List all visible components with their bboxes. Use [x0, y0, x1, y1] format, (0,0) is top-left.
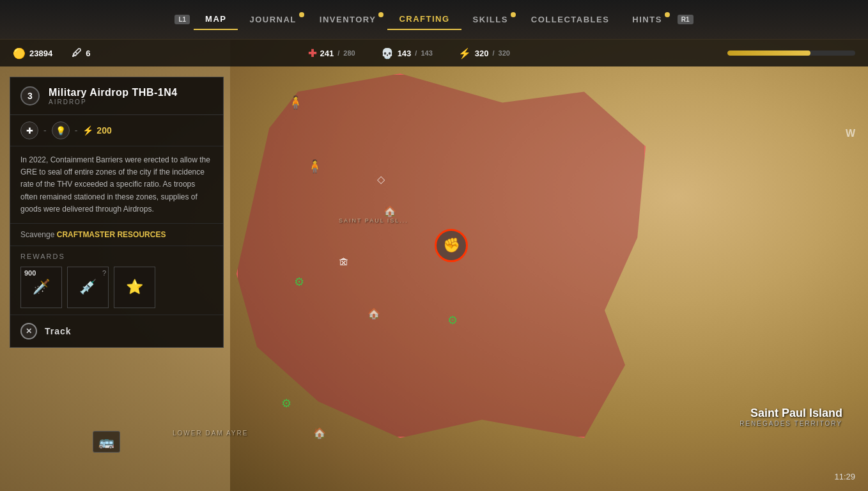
building-icon3: 🏠: [368, 308, 380, 319]
location-label: Saint Paul Island RENEGADES TERRITORY: [740, 407, 842, 427]
map-icon-windmill3: ⚙: [281, 396, 291, 410]
map-icon-windmill1: ⚙: [294, 275, 304, 289]
nav-tabs: L1 MAP JOURNAL INVENTORY CRAFTING SKILLS…: [171, 9, 697, 30]
health-icon-btn[interactable]: ✚: [20, 121, 38, 139]
l1-button[interactable]: L1: [174, 15, 190, 24]
journal-badge: [299, 12, 304, 17]
skull-max: /: [415, 49, 417, 57]
info-panel: 3 Military Airdrop THB-1N4 AIRDROP ✚ - 💡…: [10, 77, 224, 348]
lower-dam-label: LOWER DAM AYRE: [173, 430, 248, 437]
map-icon-diamond: ◇: [377, 173, 385, 186]
map-icon-person2: 🧍: [307, 159, 323, 174]
health-icon: ✚: [308, 47, 316, 59]
coins-stat: 🟡 23894: [13, 47, 52, 59]
arrows-stat: 🖊 6: [72, 47, 90, 59]
dash2: -: [75, 125, 78, 136]
person-icon1: 🧍: [288, 95, 304, 109]
bolt-cost-icon: ⚡: [82, 125, 93, 136]
transit-icon: 🚌: [93, 431, 120, 453]
rewards-items: 900 🗡️ 💉 ? ⭐: [20, 267, 213, 308]
map-icon-windmill2: ⚙: [447, 313, 458, 327]
reward-item-3: ⭐: [114, 267, 155, 308]
tab-inventory[interactable]: INVENTORY: [308, 10, 388, 29]
panel-cost: ⚡ 200: [82, 125, 111, 136]
home-icon: 🏠: [313, 428, 326, 439]
person-icon2: 🧍: [307, 159, 323, 173]
tab-journal[interactable]: JOURNAL: [238, 10, 307, 29]
building-icon2: 🏚: [339, 257, 349, 268]
windmill-icon3: ⚙: [281, 397, 291, 410]
bolt-stat: ⚡ 320 / 320: [458, 47, 510, 59]
panel-icons-row: ✚ - 💡 - ⚡ 200: [10, 115, 223, 146]
scavenge-label: Scavenge: [20, 230, 57, 239]
saint-paul-label: SAINT PAUL ISL...: [339, 217, 408, 224]
diamond-icon: ◇: [377, 174, 385, 185]
x-button: ✕: [20, 323, 37, 339]
bolt-max: /: [492, 49, 494, 57]
skull-icon: 💀: [381, 47, 394, 59]
reward-item-2: 💉 ?: [67, 267, 109, 308]
rewards-section: REWARDS 900 🗡️ 💉 ? ⭐: [10, 246, 223, 315]
inventory-badge: [378, 12, 384, 17]
xp-bar-container: [727, 51, 855, 56]
time-display: 11:29: [834, 472, 855, 481]
panel-number: 3: [20, 86, 40, 105]
scavenge-row: Scavenge CRAFTMASTER RESOURCES: [10, 224, 223, 246]
tab-collectables[interactable]: COLLECTABLES: [520, 10, 621, 29]
arrows-value: 6: [86, 49, 90, 58]
tab-crafting[interactable]: CRAFTING: [387, 9, 461, 30]
track-label: Track: [45, 326, 72, 336]
track-button[interactable]: ✕ Track: [10, 315, 223, 347]
cost-value: 200: [97, 125, 111, 136]
bolt-current: 320: [475, 49, 489, 58]
skull-max-val: 143: [421, 49, 432, 57]
tab-map[interactable]: MAP: [194, 9, 238, 30]
reward2-question: ?: [102, 269, 106, 277]
map-icon-building3: 🏠: [368, 307, 380, 320]
skull-current: 143: [398, 49, 412, 58]
reward3-icon: ⭐: [126, 279, 143, 295]
rewards-label: REWARDS: [20, 253, 213, 260]
map-icon-home: 🏠: [313, 426, 326, 440]
reward1-count: 900: [24, 269, 36, 277]
r1-button[interactable]: R1: [678, 15, 694, 24]
top-nav: L1 MAP JOURNAL INVENTORY CRAFTING SKILLS…: [0, 0, 868, 40]
health-max-val: 280: [343, 49, 355, 57]
health-max: /: [337, 49, 339, 57]
panel-description: In 2022, Containment Barriers were erect…: [10, 146, 223, 224]
hints-badge: [665, 12, 670, 17]
panel-title: Military Airdrop THB-1N4: [49, 87, 178, 98]
reward-item-1: 900 🗡️: [20, 267, 62, 308]
building-icon1: 🏠: [384, 206, 396, 217]
location-territory: RENEGADES TERRITORY: [740, 420, 842, 427]
bolt-icon: ⚡: [458, 47, 471, 59]
compass: W: [846, 128, 855, 139]
skills-badge: [511, 12, 516, 17]
dash1: -: [43, 125, 47, 136]
windmill-icon2: ⚙: [447, 314, 458, 327]
tab-skills[interactable]: SKILLS: [461, 10, 520, 29]
panel-header: 3 Military Airdrop THB-1N4 AIRDROP: [10, 77, 223, 115]
coin-icon: 🟡: [13, 47, 26, 59]
tab-hints[interactable]: HINTS: [621, 10, 674, 29]
target-marker: [435, 229, 468, 262]
reward2-icon: 💉: [79, 279, 97, 295]
stats-bar: 🟡 23894 🖊 6 ✚ 241 / 280 💀 143 / 143 ⚡ 32…: [0, 40, 868, 66]
skull-stat: 💀 143 / 143: [381, 47, 433, 59]
bulb-icon-btn[interactable]: 💡: [52, 121, 70, 139]
map-icon-building1: 🏠: [384, 205, 396, 218]
windmill-icon1: ⚙: [294, 276, 304, 288]
bolt-max-val: 320: [499, 49, 510, 57]
panel-title-block: Military Airdrop THB-1N4 AIRDROP: [49, 87, 178, 105]
scavenge-resource: CRAFTMASTER RESOURCES: [57, 230, 166, 239]
map-icon-person1: 🧍: [288, 95, 304, 110]
coins-value: 23894: [29, 49, 52, 58]
panel-subtitle: AIRDROP: [49, 98, 178, 105]
map-icon-building2: 🏚: [339, 256, 349, 269]
health-stat: ✚ 241 / 280: [308, 47, 355, 59]
health-current: 241: [320, 49, 334, 58]
location-name: Saint Paul Island: [740, 407, 842, 420]
reward1-icon: 🗡️: [33, 279, 50, 295]
xp-bar-fill: [727, 51, 810, 56]
arrow-icon: 🖊: [72, 47, 82, 59]
